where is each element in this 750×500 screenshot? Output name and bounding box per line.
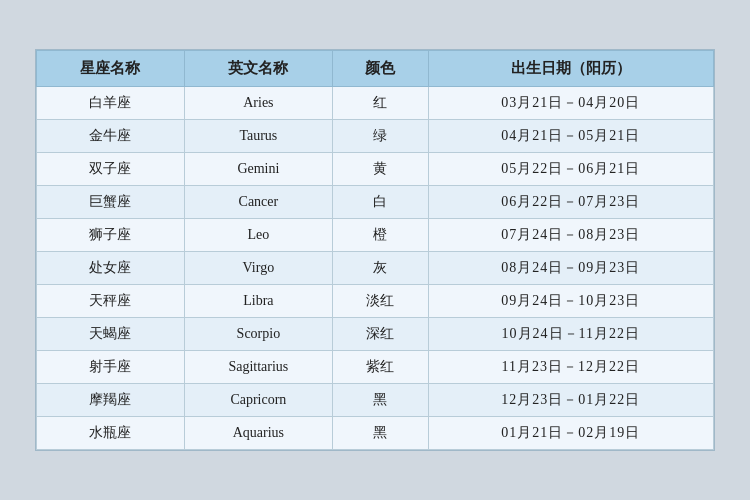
table-row: 金牛座Taurus绿04月21日－05月21日 [37, 120, 714, 153]
table-row: 处女座Virgo灰08月24日－09月23日 [37, 252, 714, 285]
cell-color: 红 [332, 87, 428, 120]
cell-chinese-name: 白羊座 [37, 87, 185, 120]
table-row: 白羊座Aries红03月21日－04月20日 [37, 87, 714, 120]
cell-chinese-name: 巨蟹座 [37, 186, 185, 219]
cell-english-name: Scorpio [184, 318, 332, 351]
cell-chinese-name: 射手座 [37, 351, 185, 384]
cell-english-name: Capricorn [184, 384, 332, 417]
cell-english-name: Aries [184, 87, 332, 120]
table-row: 巨蟹座Cancer白06月22日－07月23日 [37, 186, 714, 219]
cell-english-name: Leo [184, 219, 332, 252]
cell-date-range: 05月22日－06月21日 [428, 153, 713, 186]
zodiac-table: 星座名称 英文名称 颜色 出生日期（阳历） 白羊座Aries红03月21日－04… [36, 50, 714, 450]
cell-date-range: 07月24日－08月23日 [428, 219, 713, 252]
cell-color: 紫红 [332, 351, 428, 384]
cell-date-range: 06月22日－07月23日 [428, 186, 713, 219]
cell-color: 橙 [332, 219, 428, 252]
table-row: 射手座Sagittarius紫红11月23日－12月22日 [37, 351, 714, 384]
cell-chinese-name: 金牛座 [37, 120, 185, 153]
cell-date-range: 10月24日－11月22日 [428, 318, 713, 351]
cell-date-range: 11月23日－12月22日 [428, 351, 713, 384]
cell-english-name: Libra [184, 285, 332, 318]
table-row: 水瓶座Aquarius黑01月21日－02月19日 [37, 417, 714, 450]
table-row: 天秤座Libra淡红09月24日－10月23日 [37, 285, 714, 318]
cell-english-name: Virgo [184, 252, 332, 285]
cell-color: 灰 [332, 252, 428, 285]
header-english-name: 英文名称 [184, 51, 332, 87]
zodiac-table-container: 星座名称 英文名称 颜色 出生日期（阳历） 白羊座Aries红03月21日－04… [35, 49, 715, 451]
header-color: 颜色 [332, 51, 428, 87]
cell-date-range: 12月23日－01月22日 [428, 384, 713, 417]
cell-chinese-name: 天秤座 [37, 285, 185, 318]
cell-color: 淡红 [332, 285, 428, 318]
cell-color: 白 [332, 186, 428, 219]
cell-chinese-name: 狮子座 [37, 219, 185, 252]
cell-english-name: Cancer [184, 186, 332, 219]
cell-color: 黑 [332, 384, 428, 417]
table-row: 摩羯座Capricorn黑12月23日－01月22日 [37, 384, 714, 417]
cell-english-name: Gemini [184, 153, 332, 186]
cell-english-name: Taurus [184, 120, 332, 153]
cell-english-name: Sagittarius [184, 351, 332, 384]
cell-date-range: 03月21日－04月20日 [428, 87, 713, 120]
cell-date-range: 09月24日－10月23日 [428, 285, 713, 318]
table-row: 狮子座Leo橙07月24日－08月23日 [37, 219, 714, 252]
header-date-range: 出生日期（阳历） [428, 51, 713, 87]
cell-color: 绿 [332, 120, 428, 153]
cell-chinese-name: 双子座 [37, 153, 185, 186]
cell-english-name: Aquarius [184, 417, 332, 450]
table-row: 天蝎座Scorpio深红10月24日－11月22日 [37, 318, 714, 351]
table-row: 双子座Gemini黄05月22日－06月21日 [37, 153, 714, 186]
cell-chinese-name: 摩羯座 [37, 384, 185, 417]
cell-color: 黑 [332, 417, 428, 450]
table-body: 白羊座Aries红03月21日－04月20日金牛座Taurus绿04月21日－0… [37, 87, 714, 450]
table-header-row: 星座名称 英文名称 颜色 出生日期（阳历） [37, 51, 714, 87]
cell-color: 黄 [332, 153, 428, 186]
cell-chinese-name: 水瓶座 [37, 417, 185, 450]
cell-date-range: 01月21日－02月19日 [428, 417, 713, 450]
cell-color: 深红 [332, 318, 428, 351]
cell-chinese-name: 天蝎座 [37, 318, 185, 351]
cell-chinese-name: 处女座 [37, 252, 185, 285]
cell-date-range: 08月24日－09月23日 [428, 252, 713, 285]
cell-date-range: 04月21日－05月21日 [428, 120, 713, 153]
header-chinese-name: 星座名称 [37, 51, 185, 87]
